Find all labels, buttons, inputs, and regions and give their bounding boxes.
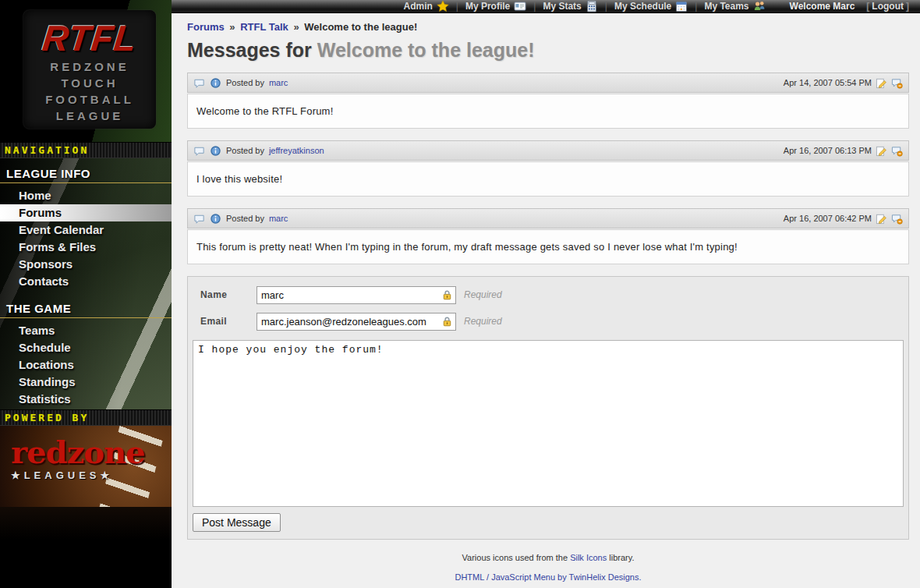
sidebar-item-schedule[interactable]: Schedule (0, 339, 172, 356)
topbar: Admin | My Profile | My Stats | My Sched… (172, 0, 920, 13)
post-date: Apr 14, 2007 05:54 PM (784, 78, 872, 87)
comment-icon (193, 77, 205, 89)
forum-post: Posted by marc Apr 16, 2007 06:42 PM Thi… (187, 208, 909, 264)
sidebar-item-teams[interactable]: Teams (0, 322, 172, 339)
logo-line: FOOTBALL (23, 91, 156, 108)
author-link[interactable]: marc (269, 214, 288, 223)
icons-credit: Various icons used from the Silk Icons l… (187, 553, 909, 562)
logo-acronym: RTFL (21, 18, 157, 58)
post-header: Posted by marc Apr 16, 2007 06:42 PM (187, 208, 909, 228)
post-date: Apr 16, 2007 06:42 PM (784, 214, 872, 223)
redzone-logo-text: redzone (11, 437, 172, 468)
topbar-separator: | (533, 1, 536, 12)
sidebar-item-event-calendar[interactable]: Event Calendar (0, 221, 172, 239)
logo-line: LEAGUE (23, 108, 156, 124)
forum-post: Posted by jeffreyatkinson Apr 16, 2007 0… (187, 140, 909, 197)
redzone-leagues-logo[interactable]: redzone ★LEAGUES★ (0, 426, 172, 507)
lock-icon (441, 316, 453, 328)
star-icon (437, 0, 449, 12)
vcard-icon (514, 0, 526, 12)
redzone-logo-subtext: ★LEAGUES★ (11, 469, 172, 481)
post-message-button[interactable]: Post Message (193, 513, 281, 532)
post-header: Posted by marc Apr 14, 2007 05:54 PM (187, 73, 909, 93)
email-label: Email (193, 316, 257, 327)
email-field[interactable] (257, 313, 456, 331)
sidebar-filler (0, 507, 172, 588)
delete-comment-icon[interactable] (891, 77, 903, 89)
name-label: Name (193, 289, 257, 300)
league-logo: RTFL REDZONE TOUCH FOOTBALL LEAGUE (0, 0, 172, 142)
author-link[interactable]: jeffreyatkinson (269, 146, 324, 155)
edit-icon[interactable] (876, 77, 887, 89)
post-header: Posted by jeffreyatkinson Apr 16, 2007 0… (187, 140, 909, 161)
posted-by-label: Posted by (226, 146, 264, 155)
page-title: Messages for Welcome to the league! (187, 39, 909, 62)
sidebar-item-forms-files[interactable]: Forms & Files (0, 239, 172, 256)
breadcrumb-current: Welcome to the league! (304, 21, 417, 33)
post-body: I love this website! (187, 161, 909, 197)
calendar-icon (675, 0, 688, 12)
sidebar-item-locations[interactable]: Locations (0, 356, 172, 374)
logo-line: REDZONE (23, 58, 156, 75)
forum-post: Posted by marc Apr 14, 2007 05:54 PM Wel… (187, 73, 909, 129)
topbar-my-teams-link[interactable]: My Teams (704, 0, 765, 12)
posted-by-label: Posted by (226, 78, 264, 87)
sidebar: RTFL REDZONE TOUCH FOOTBALL LEAGUE NAVIG… (0, 0, 172, 588)
app-window: RTFL REDZONE TOUCH FOOTBALL LEAGUE NAVIG… (0, 0, 920, 588)
lock-icon (441, 289, 453, 301)
sidebar-item-contacts[interactable]: Contacts (0, 273, 172, 290)
twinhelix-link[interactable]: DHTML / JavaScript Menu by TwinHelix Des… (455, 572, 641, 582)
delete-comment-icon[interactable] (891, 145, 903, 157)
menu-section-league-info: LEAGUE INFO (0, 163, 172, 183)
name-field[interactable] (257, 286, 456, 304)
edit-icon[interactable] (876, 145, 887, 157)
comment-icon (193, 145, 205, 157)
sidebar-menu: LEAGUE INFO Home Forums Event Calendar F… (0, 158, 172, 409)
content-area: Forums » RTFL Talk » Welcome to the leag… (172, 13, 920, 588)
required-label: Required (464, 316, 502, 327)
logout-link[interactable]: Logout (872, 1, 904, 12)
sidebar-item-statistics[interactable]: Statistics (0, 391, 172, 408)
post-body: This forum is pretty neat! When I'm typi… (187, 229, 909, 264)
sidebar-item-forums[interactable]: Forums (0, 204, 172, 221)
topbar-separator: | (695, 1, 697, 12)
silk-icons-link[interactable]: Silk Icons (570, 553, 607, 562)
logo-line: TOUCH (23, 75, 156, 91)
powered-by-header: POWERED BY (0, 409, 172, 426)
info-icon[interactable] (210, 77, 221, 89)
topbar-admin-link[interactable]: Admin (403, 0, 448, 12)
page-footer: Various icons used from the Silk Icons l… (187, 540, 909, 582)
post-date: Apr 16, 2007 06:13 PM (784, 146, 872, 155)
topbar-my-profile-link[interactable]: My Profile (465, 0, 526, 12)
menu-credit: DHTML / JavaScript Menu by TwinHelix Des… (187, 572, 909, 582)
breadcrumb-separator: » (227, 21, 237, 33)
logout-bracket: ] (906, 1, 909, 12)
navigation-header: NAVIGATION (0, 142, 172, 158)
group-icon (753, 0, 766, 12)
sidebar-item-home[interactable]: Home (0, 187, 172, 204)
sidebar-item-sponsors[interactable]: Sponsors (0, 256, 172, 273)
welcome-text: Welcome Marc (790, 1, 855, 12)
calculator-icon (586, 0, 598, 12)
topbar-separator: | (456, 1, 458, 12)
breadcrumb-separator: » (291, 21, 301, 33)
post-message-form: Name Required Email Required I hope you (187, 276, 909, 540)
post-body: Welcome to the RTFL Forum! (187, 94, 909, 129)
required-label: Required (464, 289, 502, 300)
delete-comment-icon[interactable] (891, 213, 903, 225)
topbar-my-stats-link[interactable]: My Stats (543, 0, 597, 12)
topbar-separator: | (605, 1, 607, 12)
info-icon[interactable] (210, 145, 221, 157)
sidebar-item-standings[interactable]: Standings (0, 374, 172, 391)
topbar-my-schedule-link[interactable]: My Schedule (614, 0, 688, 12)
edit-icon[interactable] (876, 213, 887, 225)
message-textarea[interactable]: I hope you enjoy the forum! (193, 340, 904, 507)
info-icon[interactable] (210, 213, 221, 225)
breadcrumb-forums-link[interactable]: Forums (187, 21, 225, 33)
comment-icon (193, 213, 205, 225)
logout-bracket: [ (866, 1, 869, 12)
breadcrumb-rtfl-talk-link[interactable]: RTFL Talk (240, 21, 288, 33)
author-link[interactable]: marc (269, 78, 288, 87)
breadcrumb: Forums » RTFL Talk » Welcome to the leag… (187, 19, 909, 36)
posted-by-label: Posted by (226, 214, 264, 223)
